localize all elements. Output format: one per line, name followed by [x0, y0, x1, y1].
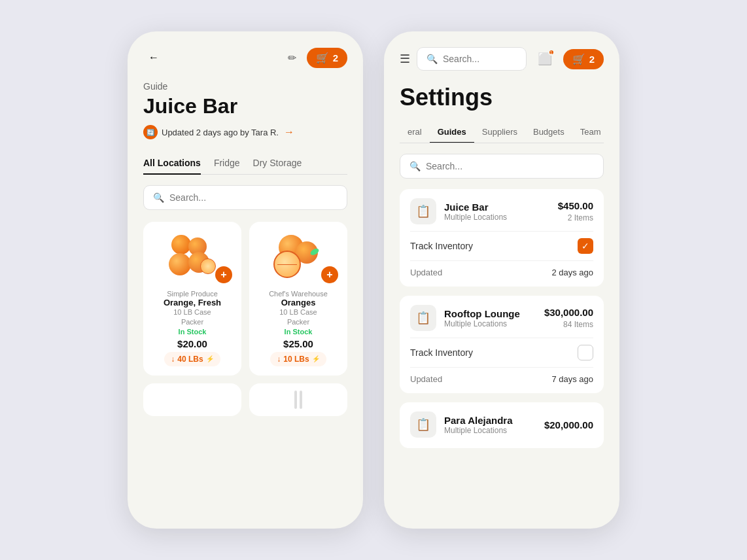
product-sub-1: 10 LB Case Packer	[152, 307, 232, 328]
top-right-icons: ✏ 🛒 2	[283, 48, 347, 68]
back-button[interactable]: ←	[143, 47, 164, 68]
tab-suppliers[interactable]: Suppliers	[474, 122, 525, 143]
right-phone: ☰ 🔍 ⬜ 1 🛒 2 Settings eral Guides Supplie…	[384, 31, 619, 529]
updated-key-1: Updated	[410, 374, 442, 384]
qty-badge-2[interactable]: ↓ 10 LBs ⚡	[270, 352, 326, 366]
guide-icon-rooftop: 📋	[410, 305, 436, 331]
settings-tabs: eral Guides Suppliers Budgets Team Dep..…	[400, 122, 604, 143]
add-product-1-button[interactable]: +	[215, 266, 232, 283]
track-inventory-checkbox-0[interactable]: ✓	[578, 238, 593, 254]
supplier-name-2: Chef's Warehouse	[258, 290, 338, 298]
product-card-partial-2	[249, 383, 347, 416]
track-label-0: Track Inventory	[410, 241, 473, 251]
updated-key-0: Updated	[410, 268, 442, 277]
guide-price-0: $450.00	[558, 200, 593, 211]
stock-status-1: In Stock	[152, 328, 232, 336]
right-cart-icon: 🛒	[572, 53, 585, 65]
updated-arrow[interactable]: →	[284, 126, 294, 138]
product-card-1: + Simple Produce Orange, Fresh 10 LB Cas…	[143, 222, 241, 376]
updated-row: 🔄 Updated 2 days ago by Tara R. →	[143, 125, 347, 139]
product-grid-bottom	[143, 383, 347, 416]
notification-button[interactable]: ⬜ 1	[533, 47, 557, 71]
guide-price-2: $20,000.00	[544, 419, 593, 430]
updated-text: Updated 2 days ago by Tara R.	[162, 128, 279, 137]
track-label-1: Track Inventory	[410, 347, 473, 358]
qty-value-1: 40 LBs	[177, 355, 203, 364]
product-card-partial-1	[143, 383, 241, 416]
checkmark-icon: ✓	[582, 241, 589, 251]
guide-icon-juice-bar: 📋	[410, 198, 436, 224]
add-product-2-button[interactable]: +	[321, 266, 338, 283]
settings-search-input[interactable]	[443, 54, 517, 64]
down-arrow-icon-1: ↓	[171, 355, 175, 364]
qty-badge-1[interactable]: ↓ 40 LBs ⚡	[164, 352, 220, 366]
settings-search-bar: 🔍	[417, 47, 527, 71]
location-tabs: All Locations Fridge Dry Storage	[143, 152, 347, 175]
guide-card-para-alejandra: 📋 Para Alejandra Multiple Locations $20,…	[400, 402, 604, 448]
guide-location-2: Multiple Locations	[444, 426, 536, 435]
back-icon: ←	[148, 52, 159, 63]
guide-track-row-1: Track Inventory	[410, 338, 593, 368]
edit-button[interactable]: ✏	[283, 48, 302, 67]
stock-status-2: In Stock	[258, 328, 338, 336]
guide-card-juice-bar: 📋 Juice Bar Multiple Locations $450.00 2…	[400, 189, 604, 287]
updated-badge-icon: 🔄	[143, 125, 158, 139]
guide-label: Guide	[143, 81, 347, 92]
guide-items-0: 2 Items	[568, 213, 593, 222]
product-name-2: Oranges	[258, 298, 338, 307]
guide-list: 📋 Juice Bar Multiple Locations $450.00 2…	[400, 189, 604, 448]
guide-icon-para-alejandra: 📋	[410, 411, 436, 438]
guide-name-0: Juice Bar	[444, 201, 550, 213]
page-title: Juice Bar	[143, 94, 347, 118]
right-cart-count: 2	[589, 54, 595, 65]
guide-name-2: Para Alejandra	[444, 415, 536, 426]
guide-track-row-0: Track Inventory ✓	[410, 231, 593, 261]
product-name-1: Orange, Fresh	[152, 298, 232, 307]
notification-badge: 1	[548, 49, 555, 56]
guide-items-1: 84 Items	[563, 320, 593, 329]
tab-general[interactable]: eral	[400, 122, 430, 143]
track-inventory-checkbox-1[interactable]	[578, 345, 593, 360]
tab-budgets[interactable]: Budgets	[525, 122, 572, 143]
right-cart-button[interactable]: 🛒 2	[563, 49, 604, 69]
lightning-icon-2: ⚡	[312, 355, 320, 362]
hamburger-menu-button[interactable]: ☰	[400, 52, 410, 66]
left-phone: ← ✏ 🛒 2 Guide Juice Bar 🔄 Updated 2 days…	[128, 31, 363, 529]
edit-icon: ✏	[288, 52, 296, 64]
guide-card-rooftop-lounge: 📋 Rooftop Lounge Multiple Locations $30,…	[400, 296, 604, 393]
guide-location-1: Multiple Locations	[444, 319, 536, 328]
updated-val-0: 2 days ago	[551, 268, 593, 277]
settings-search-icon: 🔍	[426, 54, 438, 64]
cart-button[interactable]: 🛒 2	[307, 48, 347, 68]
guide-location-0: Multiple Locations	[444, 213, 550, 222]
lightning-icon-1: ⚡	[206, 355, 214, 362]
tab-team[interactable]: Team	[572, 122, 604, 143]
updated-val-1: 7 days ago	[551, 374, 593, 384]
cart-count: 2	[333, 52, 338, 63]
product-price-2: $25.00	[258, 338, 338, 349]
guide-name-1: Rooftop Lounge	[444, 308, 536, 319]
tab-guides[interactable]: Guides	[430, 122, 474, 143]
guide-price-1: $30,000.00	[544, 307, 593, 318]
tab-dry-storage[interactable]: Dry Storage	[253, 152, 302, 175]
cart-icon: 🛒	[316, 52, 329, 64]
tab-fridge[interactable]: Fridge	[214, 152, 240, 175]
product-search-input[interactable]	[169, 192, 338, 203]
right-top-bar: ☰ 🔍 ⬜ 1 🛒 2	[400, 47, 604, 71]
product-card-2: + Chef's Warehouse Oranges 10 LB Case Pa…	[249, 222, 347, 376]
qty-value-2: 10 LBs	[283, 355, 309, 364]
product-search-bar: 🔍	[143, 185, 347, 210]
tab-all-locations[interactable]: All Locations	[143, 152, 201, 175]
product-grid: + Simple Produce Orange, Fresh 10 LB Cas…	[143, 222, 347, 376]
supplier-name-1: Simple Produce	[152, 290, 232, 298]
search-icon: 🔍	[153, 192, 164, 203]
settings-title: Settings	[400, 84, 604, 111]
guides-search-icon: 🔍	[409, 161, 421, 171]
product-price-1: $20.00	[152, 338, 232, 349]
down-arrow-icon-2: ↓	[277, 355, 281, 364]
product-sub-2: 10 LB Case Packer	[258, 307, 338, 328]
guides-search-bar: 🔍	[400, 154, 604, 179]
left-top-bar: ← ✏ 🛒 2	[143, 47, 347, 68]
guides-search-input[interactable]	[426, 161, 594, 171]
